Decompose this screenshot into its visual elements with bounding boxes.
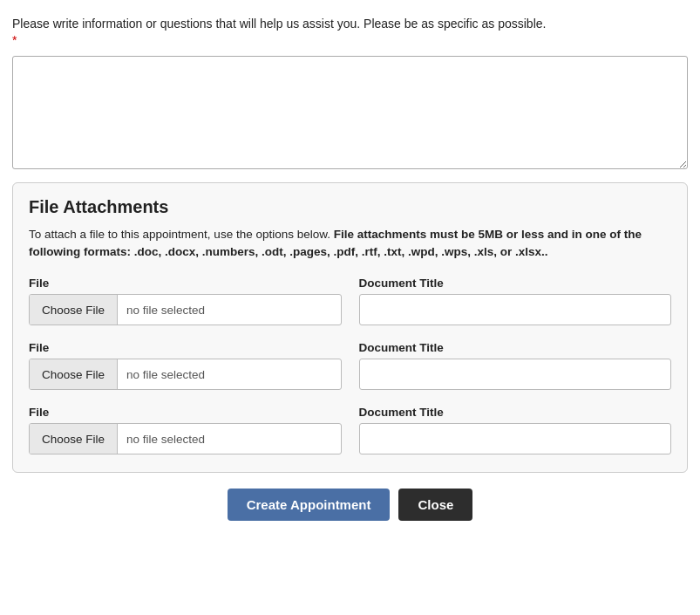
- file-label-3: File: [29, 406, 342, 419]
- choose-file-btn-1[interactable]: Choose File: [30, 295, 118, 325]
- required-star: *: [12, 33, 17, 47]
- no-file-text-3: no file selected: [118, 433, 214, 446]
- no-file-text-1: no file selected: [118, 304, 214, 317]
- file-input-wrapper-3: Choose File no file selected: [29, 423, 342, 454]
- textarea-wrapper: [9, 56, 691, 182]
- doc-title-col-1: Document Title: [359, 277, 672, 325]
- close-button[interactable]: Close: [398, 489, 472, 521]
- bottom-bar: Create Appointment Close: [9, 473, 691, 533]
- create-appointment-button[interactable]: Create Appointment: [228, 489, 391, 521]
- file-label-1: File: [29, 277, 342, 290]
- file-col-3: File Choose File no file selected: [29, 406, 342, 454]
- file-attachments-desc: To attach a file to this appointment, us…: [29, 226, 671, 262]
- doc-title-label-3: Document Title: [359, 406, 672, 419]
- no-file-text-2: no file selected: [118, 368, 214, 381]
- file-input-wrapper-1: Choose File no file selected: [29, 294, 342, 325]
- desc-normal: To attach a file to this appointment, us…: [29, 228, 330, 241]
- file-label-2: File: [29, 341, 342, 354]
- file-attachments-card: File Attachments To attach a file to thi…: [12, 182, 688, 474]
- choose-file-btn-3[interactable]: Choose File: [30, 424, 118, 454]
- instructions-text: Please write information or questions th…: [12, 17, 546, 31]
- doc-title-label-1: Document Title: [359, 277, 672, 290]
- file-col-2: File Choose File no file selected: [29, 341, 342, 390]
- file-row-2: File Choose File no file selected Docume…: [29, 341, 671, 390]
- file-col-1: File Choose File no file selected: [29, 277, 342, 325]
- doc-title-label-2: Document Title: [359, 341, 672, 354]
- doc-title-input-2[interactable]: [359, 359, 672, 390]
- doc-title-col-3: Document Title: [359, 406, 672, 454]
- file-input-wrapper-2: Choose File no file selected: [29, 359, 342, 390]
- main-textarea[interactable]: [12, 56, 688, 169]
- doc-title-input-3[interactable]: [359, 423, 672, 454]
- page-wrapper: Please write information or questions th…: [0, 0, 700, 615]
- file-attachments-title: File Attachments: [29, 197, 671, 217]
- choose-file-btn-2[interactable]: Choose File: [30, 359, 118, 389]
- doc-title-col-2: Document Title: [359, 341, 672, 390]
- file-row-3: File Choose File no file selected Docume…: [29, 406, 671, 454]
- instructions-section: Please write information or questions th…: [9, 9, 691, 56]
- file-row-1: File Choose File no file selected Docume…: [29, 277, 671, 325]
- doc-title-input-1[interactable]: [359, 294, 672, 325]
